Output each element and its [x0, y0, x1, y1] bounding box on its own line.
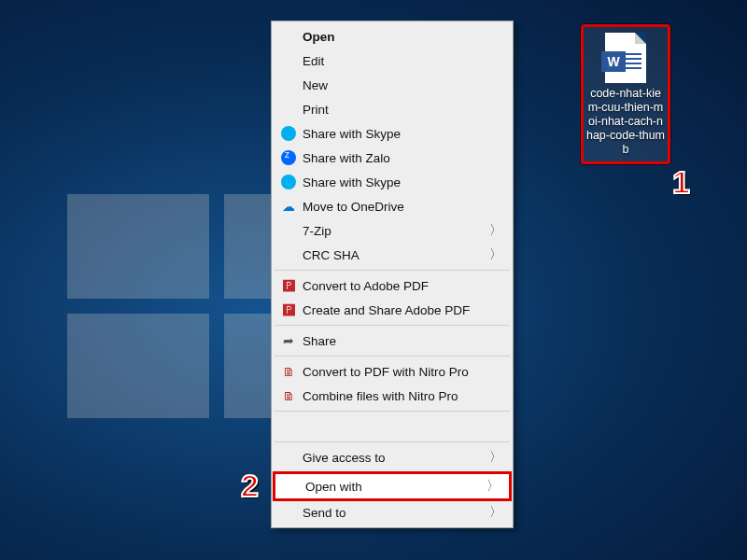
menu-print[interactable]: Print — [273, 97, 512, 121]
desktop-file-selected[interactable]: W code-nhat-kiem-cuu-thien-moi-nhat-cach… — [581, 24, 670, 164]
menu-separator — [275, 411, 510, 412]
menu-create-share-adobe-pdf[interactable]: 🅿 Create and Share Adobe PDF — [273, 298, 512, 322]
menu-separator — [275, 441, 510, 442]
chevron-right-icon: 〉 — [486, 478, 500, 495]
menu-open[interactable]: Open — [273, 24, 512, 49]
annotation-badge-2: 2 — [241, 468, 259, 504]
chevron-right-icon: 〉 — [489, 222, 502, 239]
menu-convert-adobe-pdf[interactable]: 🅿 Convert to Adobe PDF — [273, 273, 512, 298]
adobe-pdf-share-icon: 🅿 — [278, 301, 299, 318]
menu-crc-sha[interactable]: CRC SHA 〉 — [273, 243, 512, 267]
menu-share-zalo[interactable]: Share with Zalo — [273, 146, 512, 170]
annotation-badge-1: 1 — [672, 164, 690, 201]
menu-edit[interactable]: Edit — [273, 49, 512, 73]
skype-icon — [278, 174, 299, 190]
share-icon: ➦ — [278, 332, 299, 349]
menu-send-to[interactable]: Send to 〉 — [273, 500, 512, 525]
nitro-combine-icon: 🗎 — [278, 387, 299, 404]
menu-share-skype[interactable]: Share with Skype — [273, 121, 512, 146]
menu-7zip[interactable]: 7-Zip 〉 — [273, 218, 512, 243]
file-context-menu: Open Edit New Print Share with Skype Sha… — [271, 21, 514, 528]
word-document-icon: W — [605, 33, 646, 83]
menu-open-with[interactable]: Open with 〉 — [273, 471, 512, 501]
zalo-icon — [278, 149, 299, 166]
menu-convert-nitro[interactable]: 🗎 Convert to PDF with Nitro Pro — [273, 359, 512, 384]
menu-separator — [275, 325, 510, 326]
skype-icon — [278, 125, 299, 142]
menu-give-access[interactable]: Give access to 〉 — [273, 445, 512, 469]
chevron-right-icon: 〉 — [489, 504, 502, 521]
adobe-pdf-icon: 🅿 — [278, 277, 299, 294]
menu-share[interactable]: ➦ Share — [273, 329, 512, 353]
menu-move-onedrive[interactable]: ☁ Move to OneDrive — [273, 194, 512, 218]
menu-new[interactable]: New — [273, 73, 512, 97]
onedrive-icon: ☁ — [278, 198, 299, 215]
menu-separator — [275, 270, 510, 271]
file-name-label: code-nhat-kiem-cuu-thien-moi-nhat-cach-n… — [584, 87, 668, 157]
menu-combine-nitro[interactable]: 🗎 Combine files with Nitro Pro — [273, 384, 512, 408]
menu-share-skype-2[interactable]: Share with Skype — [273, 170, 512, 194]
chevron-right-icon: 〉 — [489, 449, 502, 466]
menu-separator — [275, 356, 510, 357]
nitro-pdf-icon: 🗎 — [278, 363, 299, 380]
word-badge: W — [601, 51, 626, 72]
chevron-right-icon: 〉 — [489, 246, 502, 263]
